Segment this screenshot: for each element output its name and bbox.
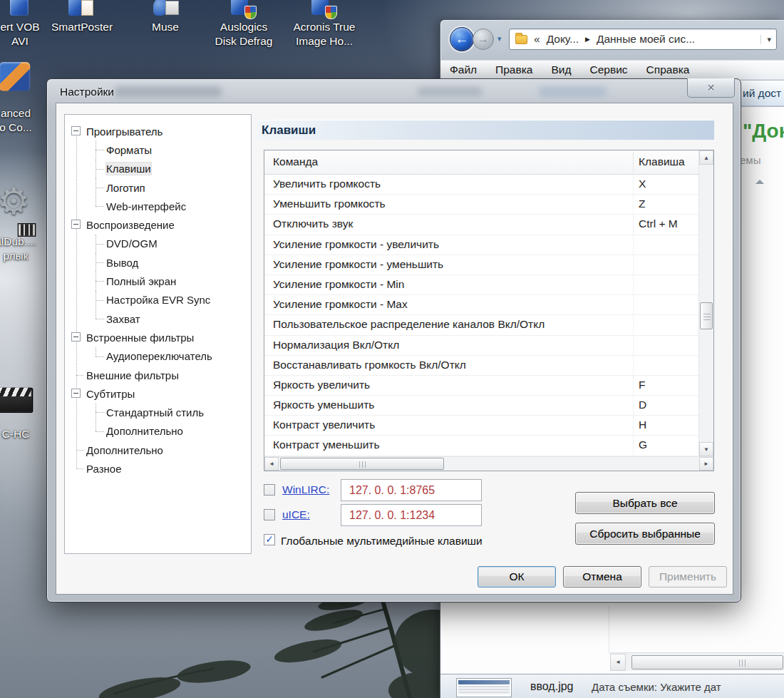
hotkey-row[interactable]: Контраст уменьшить G	[264, 436, 698, 456]
scroll-right-button[interactable]: ►	[699, 457, 713, 471]
desktop-icon-label: Auslogics	[202, 20, 285, 34]
hotkey-row[interactable]: Увеличить громкость X	[264, 175, 698, 195]
global-media-keys-checkbox[interactable]: ✓	[264, 534, 275, 545]
hotkey-row[interactable]: Усиление громкости - увеличить	[264, 235, 698, 255]
forward-button[interactable]: →	[473, 29, 494, 50]
menu-item[interactable]: Справка	[646, 63, 690, 76]
winlirc-checkbox[interactable]: ✓	[264, 484, 275, 496]
breadcrumb-item-current[interactable]: Данные моей сис...	[597, 33, 695, 46]
reset-selected-button[interactable]: Сбросить выбранные	[575, 523, 715, 545]
menu-bar: ФайлПравкаВидСервисСправка	[440, 60, 784, 80]
hotkey-row[interactable]: Контраст увеличить H	[264, 416, 698, 436]
menu-item[interactable]: Вид	[551, 63, 571, 76]
winlirc-address-input[interactable]	[341, 479, 482, 501]
menu-item[interactable]: Сервис	[590, 63, 628, 76]
table-horizontal-scrollbar[interactable]: ◄ ►	[264, 456, 713, 471]
tree-item[interactable]: Проигрыватель	[65, 122, 251, 140]
tree-item[interactable]: Воспроизведение	[65, 215, 251, 234]
tree-expander-icon[interactable]	[71, 126, 81, 135]
menu-item[interactable]: Файл	[450, 63, 477, 76]
address-dropdown-icon[interactable]: ▾	[760, 35, 771, 44]
desktop-icon-label: alDub....	[0, 235, 53, 249]
desktop-icon[interactable]: alDub.... рлык	[0, 200, 53, 264]
tree-item[interactable]: Аудиопереключатель	[65, 347, 251, 366]
tree-item[interactable]: Встроенные фильтры	[65, 328, 251, 347]
table-vertical-scrollbar[interactable]: ▲ ▼	[698, 150, 713, 456]
settings-dialog: Настройки ✕ Проигрыватель Форматы Клавиш…	[46, 78, 741, 602]
tree-item[interactable]: Субтитры	[65, 384, 251, 403]
column-header-key[interactable]: Клавиша	[639, 155, 685, 168]
address-bar[interactable]: « Доку... ▶ Данные моей сис... ▾	[509, 29, 777, 50]
desktop-icon[interactable]: Auslogics Disk Defrag	[202, 0, 285, 49]
cancel-button[interactable]: Отмена	[563, 566, 641, 587]
share-toolbar-fragment[interactable]: ий дост	[743, 87, 781, 100]
column-header-command[interactable]: Команда	[273, 155, 318, 168]
ok-button[interactable]: ОК	[478, 566, 556, 587]
tree-item[interactable]: Настройка EVR Sync	[65, 291, 251, 309]
navigation-bar: ← → ▾ « Доку... ▶ Данные моей сис... ▾	[440, 26, 784, 56]
tree-connector	[96, 262, 104, 263]
hotkey-row[interactable]: Яркость увеличить F	[264, 376, 698, 396]
tree-expander-icon[interactable]	[71, 332, 81, 342]
hotkey-row[interactable]: Уменьшить громкость Z	[264, 195, 698, 215]
scroll-down-button[interactable]: ▼	[699, 442, 713, 456]
scrollbar-thumb[interactable]	[631, 655, 783, 669]
hotkey-row[interactable]: Отключить звук Ctrl + M	[264, 215, 698, 235]
apply-button[interactable]: Применить	[649, 566, 727, 587]
scroll-left-button[interactable]: ◄	[264, 457, 279, 471]
winlirc-link[interactable]: WinLIRC:	[282, 483, 329, 496]
breadcrumb-item-documents[interactable]: Доку...	[547, 33, 579, 46]
collapse-icon[interactable]	[755, 180, 764, 184]
tree-item[interactable]: Дополнительно	[65, 441, 251, 459]
tree-item[interactable]: DVD/OGM	[65, 235, 251, 253]
tree-item[interactable]: Захват	[65, 309, 251, 328]
explorer-horizontal-scrollbar[interactable]: ◄	[610, 652, 784, 671]
tree-item-label: Настройка EVR Sync	[106, 294, 210, 306]
back-button[interactable]: ←	[450, 27, 474, 51]
scrollbar-thumb[interactable]	[700, 302, 713, 329]
hotkey-row[interactable]: Усиление громкости - Min	[264, 275, 698, 295]
hotkey-row[interactable]: Усиление громкости - Max	[264, 295, 698, 315]
tree-item[interactable]: Клавиши	[65, 160, 251, 178]
tree-item[interactable]: Внешние фильтры	[65, 366, 251, 384]
scroll-up-button[interactable]: ▲	[699, 150, 713, 165]
select-all-button[interactable]: Выбрать все	[575, 492, 715, 514]
breadcrumb-overflow[interactable]: «	[534, 33, 540, 46]
tree-expander-icon[interactable]	[71, 389, 81, 398]
desktop-icon[interactable]: SmartPoster	[41, 0, 123, 34]
hotkey-row[interactable]: Нормализация Вкл/Откл	[264, 336, 698, 356]
scrollbar-thumb[interactable]	[280, 458, 444, 470]
close-button[interactable]: ✕	[687, 78, 735, 98]
hotkey-command: Яркость увеличить	[273, 379, 370, 391]
hotkey-row[interactable]: Пользовательское распределение каналов В…	[264, 315, 698, 335]
tree-item[interactable]: Форматы	[65, 140, 251, 159]
tree-item[interactable]: Разное	[65, 459, 251, 478]
grip-icon	[739, 659, 747, 667]
uice-address-input[interactable]	[341, 504, 482, 526]
tree-item[interactable]: Web-интерфейс	[65, 197, 251, 215]
hotkey-row[interactable]: Яркость уменьшить D	[264, 396, 698, 416]
uice-link[interactable]: uICE:	[282, 508, 310, 521]
desktop-icon[interactable]: Muse	[124, 0, 207, 34]
tree-item[interactable]: Логотип	[65, 178, 251, 197]
hotkey-row[interactable]: Усиление громкости - уменьшить	[264, 255, 698, 275]
uice-checkbox[interactable]: ✓	[264, 509, 275, 520]
tree-expander-icon[interactable]	[71, 220, 81, 229]
file-thumbnail[interactable]	[456, 678, 512, 697]
hotkey-row[interactable]: Восстанавливать громкость Вкл/Откл	[264, 356, 698, 376]
desktop-icon[interactable]: anced o Co...	[0, 71, 53, 135]
tree-item[interactable]: Стандартный стиль	[65, 403, 251, 421]
forward-icon: →	[478, 33, 489, 46]
tree-connector	[96, 281, 104, 282]
tree-item[interactable]: Дополнительно	[65, 422, 251, 441]
tree-item[interactable]: Полный экран	[65, 272, 251, 290]
scroll-left-button[interactable]: ◄	[610, 654, 626, 671]
shot-date-field[interactable]: Дата съемки: Укажите дат	[592, 681, 721, 693]
menu-item[interactable]: Правка	[495, 63, 532, 76]
recent-pages-dropdown-icon[interactable]: ▾	[497, 34, 502, 43]
desktop-icon[interactable]: Acronis True Image Ho...	[283, 0, 366, 49]
desktop-icon[interactable]: C-HC	[0, 392, 53, 441]
tree-item[interactable]: Вывод	[65, 253, 251, 272]
column-divider	[609, 606, 609, 654]
grip-icon	[359, 461, 367, 468]
